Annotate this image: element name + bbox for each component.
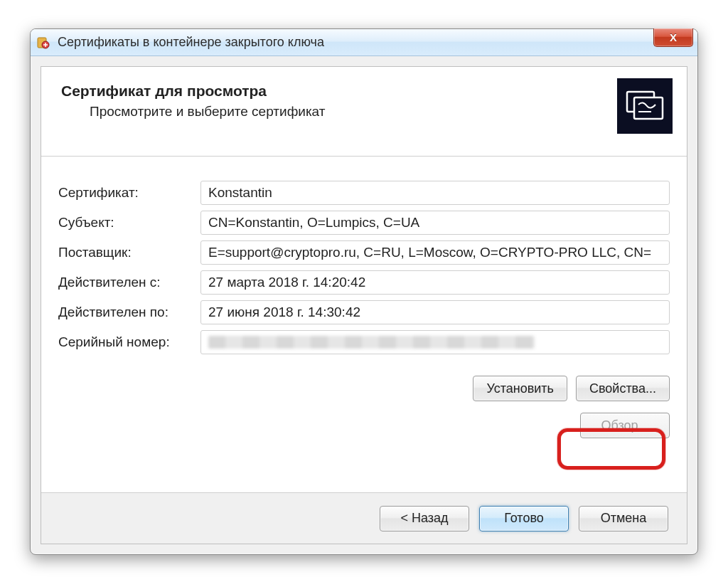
label-certificate: Сертификат: [58,185,193,201]
back-button[interactable]: < Назад [380,506,469,531]
header-title: Сертификат для просмотра [61,83,667,100]
certificate-icon [617,78,673,134]
field-issuer[interactable]: E=support@cryptopro.ru, C=RU, L=Moscow, … [200,240,670,265]
dialog-window: Сертификаты в контейнере закрытого ключа… [30,28,698,555]
install-button[interactable]: Установить [473,376,567,401]
properties-button[interactable]: Свойства... [576,376,670,401]
content-panel: Сертификат для просмотра Просмотрите и в… [41,66,687,544]
svg-rect-3 [634,97,663,119]
titlebar[interactable]: Сертификаты в контейнере закрытого ключа… [31,29,697,56]
label-serial: Серийный номер: [58,334,193,350]
row-valid-to: Действителен по: 27 июня 2018 г. 14:30:4… [58,300,670,324]
browse-row: Обзор... [41,401,687,438]
window-title: Сертификаты в контейнере закрытого ключа [58,35,324,50]
header-subtitle: Просмотрите и выберите сертификат [90,104,667,120]
row-serial: Серийный номер: [58,330,670,354]
browse-button: Обзор... [580,413,670,438]
field-valid-to[interactable]: 27 июня 2018 г. 14:30:42 [200,300,670,324]
close-icon: X [670,31,677,43]
row-issuer: Поставщик: E=support@cryptopro.ru, C=RU,… [58,240,670,265]
label-issuer: Поставщик: [58,245,193,260]
serial-redacted [208,336,535,349]
field-subject[interactable]: CN=Konstantin, O=Lumpics, C=UA [200,211,670,235]
field-certificate[interactable]: Konstantin [200,181,670,205]
wizard-nav-bar: < Назад Готово Отмена [41,492,687,544]
finish-button[interactable]: Готово [479,506,569,531]
close-button[interactable]: X [653,28,693,47]
label-valid-from: Действителен с: [58,275,193,290]
row-certificate: Сертификат: Konstantin [58,181,670,205]
app-icon [36,36,50,50]
field-valid-from[interactable]: 27 марта 2018 г. 14:20:42 [200,270,670,295]
row-valid-from: Действителен с: 27 марта 2018 г. 14:20:4… [58,270,670,295]
action-buttons: Установить Свойства... [41,360,687,401]
label-valid-to: Действителен по: [58,305,193,320]
row-subject: Субъект: CN=Konstantin, O=Lumpics, C=UA [58,211,670,235]
label-subject: Субъект: [58,215,193,231]
wizard-header: Сертификат для просмотра Просмотрите и в… [41,67,687,157]
cancel-button[interactable]: Отмена [579,506,668,531]
field-serial[interactable] [200,330,670,354]
certificate-form: Сертификат: Konstantin Субъект: CN=Konst… [41,157,687,354]
